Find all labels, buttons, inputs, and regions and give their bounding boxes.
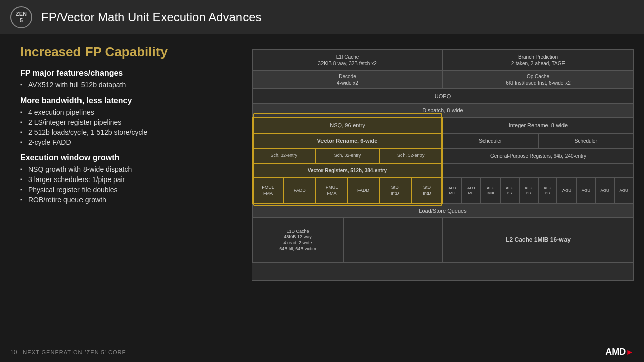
left-panel: Increased FP Capability FP major feature… — [20, 44, 236, 337]
zen-logo: ZEN5 — [10, 6, 32, 28]
row-decode: Decode 4-wide x2 Op Cache 6KI Inst/fused… — [252, 71, 633, 89]
feature-group-fp: FP major features/changes AVX512 with fu… — [20, 69, 236, 89]
row-lsq: Load/Store Queues — [252, 204, 633, 218]
std-intd2-cell: StD IntD — [411, 177, 443, 204]
l1d-cache-cell: L1D Cache 48KiB 12-way 4 read, 2 write 6… — [252, 218, 344, 263]
alu-mul2-cell: ALU Mul — [462, 177, 481, 204]
amd-logo: AMD► — [605, 347, 634, 357]
alu-br3-cell: ALU BR — [538, 177, 557, 204]
header: ZEN5 FP/Vector Math Unit Execution Advan… — [0, 0, 644, 34]
std-intd1-cell: StD IntD — [379, 177, 411, 204]
footer: 10 NEXT GENERATION 'ZEN 5' CORE AMD► — [0, 342, 644, 362]
dispatch-cell: Dispatch, 8-wide — [252, 103, 633, 117]
header-title: FP/Vector Math Unit Execution Advances — [41, 10, 262, 24]
fadd2-cell: FADD — [348, 177, 379, 204]
alu-mul3-cell: ALU Mul — [481, 177, 500, 204]
zen-logo-text: ZEN5 — [16, 11, 27, 23]
uopq-cell: UOPQ — [252, 89, 633, 103]
row-vrename: Vector Rename, 6-wide Scheduler Schedule… — [252, 133, 633, 148]
agu3-cell: AGU — [595, 177, 614, 204]
list-item: 2-cycle FADD — [20, 138, 236, 146]
row-top: L1I Cache 32KiB 8-way, 32B fetch x2 Bran… — [252, 50, 633, 71]
list-item: AVX512 with full 512b datapath — [20, 81, 236, 89]
fp-group-title: FP major features/changes — [20, 69, 236, 78]
exec-bullet-list: NSQ growth with 8-wide dispatch 3 larger… — [20, 165, 236, 204]
row-dispatch: Dispatch, 8-wide — [252, 103, 633, 117]
decode-cell: Decode 4-wide x2 — [252, 71, 443, 89]
sch1-cell: Sch, 32-entry — [252, 148, 315, 163]
bp-cell: Branch Prediction 2-taken, 2-ahead, TAGE — [443, 50, 633, 71]
alu-br1-cell: ALU BR — [500, 177, 519, 204]
bw-group-title: More bandwidth, less latency — [20, 96, 236, 105]
fadd1-cell: FADD — [284, 177, 315, 204]
list-item: 2 LS/integer register pipelines — [20, 118, 236, 126]
empty-cell-vreg — [443, 163, 633, 177]
fmul-fma1-cell: FMUL FMA — [252, 177, 284, 204]
list-item: Physical register file doubles — [20, 186, 236, 194]
opcache-cell: Op Cache 6KI Inst/fused Inst, 6-wide x2 — [443, 71, 633, 89]
nsq-cell: NSQ, 96-entry — [252, 117, 443, 133]
l2-cache-cell: L2 Cache 1MiB 16-way — [443, 218, 633, 263]
row-fp: FMUL FMA FADD FMUL FMA FADD StD IntD StD… — [252, 177, 633, 204]
feature-group-bandwidth: More bandwidth, less latency 4 execution… — [20, 96, 236, 146]
list-item: 2 512b loads/cycle, 1 512b store/cycle — [20, 128, 236, 136]
feature-group-execution: Execution window growth NSQ growth with … — [20, 153, 236, 204]
gpr-cell: General-Purpose Registers, 64b, 240-entr… — [443, 148, 633, 163]
sch2-cell: Sch, 32-entry — [315, 148, 379, 163]
fp-unit-group: FMUL FMA FADD FMUL FMA FADD StD IntD StD… — [252, 177, 443, 204]
footer-left: 10 NEXT GENERATION 'ZEN 5' CORE — [10, 349, 126, 356]
scheduler-pair: Scheduler Scheduler — [443, 133, 633, 148]
int-rename-cell: Integer Rename, 8-wide — [443, 117, 633, 133]
bw-bullet-list: 4 execution pipelines 2 LS/integer regis… — [20, 108, 236, 146]
scheduler2-cell: Scheduler — [538, 133, 634, 148]
row-vreg: Vector Registers, 512b, 384-entry — [252, 163, 633, 177]
row-cache: L1D Cache 48KiB 12-way 4 read, 2 write 6… — [252, 218, 633, 263]
fmul-fma2-cell: FMUL FMA — [315, 177, 347, 204]
alu-group: ALU Mul ALU Mul ALU Mul ALU BR ALU BR AL… — [443, 177, 633, 204]
list-item: NSQ growth with 8-wide dispatch — [20, 165, 236, 173]
exec-group-title: Execution window growth — [20, 153, 236, 162]
agu4-cell: AGU — [614, 177, 633, 204]
list-item: 4 execution pipelines — [20, 108, 236, 116]
lsq-cell: Load/Store Queues — [252, 204, 633, 218]
empty-cache-cell — [344, 218, 443, 263]
cpu-diagram: L1I Cache 32KiB 8-way, 32B fetch x2 Bran… — [252, 49, 634, 281]
footer-tagline: NEXT GENERATION 'ZEN 5' CORE — [23, 349, 126, 355]
amd-text: AMD — [605, 347, 626, 357]
row-sch: Sch, 32-entry Sch, 32-entry Sch, 32-entr… — [252, 148, 633, 163]
sch3-cell: Sch, 32-entry — [379, 148, 443, 163]
vrename-cell: Vector Rename, 6-wide — [252, 133, 443, 148]
main-content: Increased FP Capability FP major feature… — [0, 34, 644, 342]
scheduler1-cell: Scheduler — [443, 133, 538, 148]
list-item: 3 larger schedulers: 1/pipe pair — [20, 175, 236, 184]
row-uopq: UOPQ — [252, 89, 633, 103]
list-item: ROB/retire queue growth — [20, 196, 236, 204]
agu1-cell: AGU — [557, 177, 576, 204]
sch-group: Sch, 32-entry Sch, 32-entry Sch, 32-entr… — [252, 148, 443, 163]
l1i-cache-cell: L1I Cache 32KiB 8-way, 32B fetch x2 — [252, 50, 443, 71]
fp-bullet-list: AVX512 with full 512b datapath — [20, 81, 236, 89]
vreg-cell: Vector Registers, 512b, 384-entry — [252, 163, 443, 177]
amd-arrow-icon: ► — [626, 348, 634, 357]
alu-br2-cell: ALU BR — [519, 177, 538, 204]
page-number: 10 — [10, 349, 17, 356]
alu-mul1-cell: ALU Mul — [443, 177, 462, 204]
section-title: Increased FP Capability — [20, 44, 236, 60]
right-panel: L1I Cache 32KiB 8-way, 32B fetch x2 Bran… — [252, 44, 634, 337]
row-nsq: NSQ, 96-entry Integer Rename, 8-wide — [252, 117, 633, 133]
agu2-cell: AGU — [576, 177, 595, 204]
